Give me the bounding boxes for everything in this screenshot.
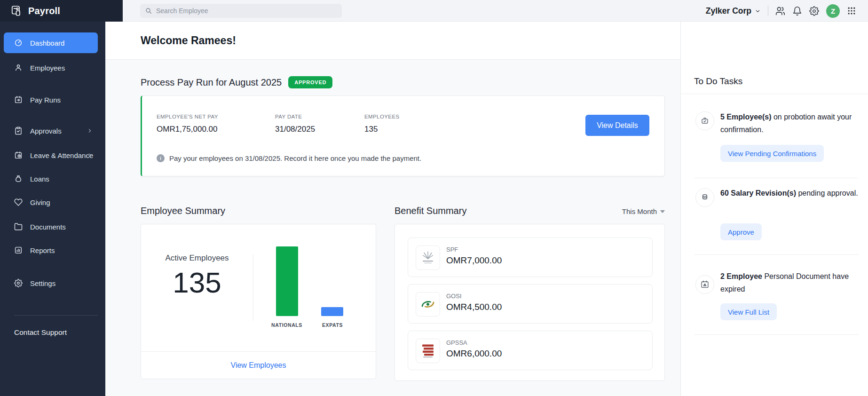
todo-title: To Do Tasks [694, 76, 742, 87]
pay-date-value: 31/08/2025 [275, 125, 364, 134]
active-employees-metric: Active Employees 135 [141, 253, 253, 299]
sidebar-item-documents[interactable]: Documents [4, 217, 98, 236]
benefit-name: SPF [446, 246, 458, 253]
contact-support-link[interactable]: Contact Support [14, 328, 67, 337]
sidebar-item-loans[interactable]: Loans [4, 169, 98, 188]
expats-label: EXPATS [309, 322, 356, 328]
sidebar-item-settings[interactable]: Settings [4, 274, 98, 293]
todo-panel: To Do Tasks 5 Employee(s) on probotion a… [680, 22, 868, 396]
payrun-fields: EMPLOYEE'S NET PAY OMR1,75,000.00 PAY DA… [157, 114, 400, 134]
pay-date-field: PAY DATE 31/08/2025 [275, 114, 364, 134]
sidebar-item-label: Dashboard [30, 39, 64, 47]
sidebar-item-employees[interactable]: Employees [4, 58, 98, 77]
employees-icon [14, 63, 23, 72]
main-content: Welcome Ramees! Process Pay Run for Augu… [105, 22, 680, 396]
leave-attendance-icon [14, 151, 23, 159]
sidebar-item-dashboard[interactable]: Dashboard [4, 32, 98, 53]
bell-icon[interactable] [792, 6, 802, 16]
gpssa-logo [416, 339, 440, 363]
sidebar-item-label: Documents [30, 223, 66, 231]
sidebar-item-label: Reports [30, 246, 55, 254]
payruns-icon [14, 95, 23, 104]
view-employees-link[interactable]: View Employees [141, 352, 376, 379]
avatar[interactable]: Z [826, 4, 840, 18]
payroll-logo-icon [10, 5, 23, 17]
view-pending-confirmations-button[interactable]: View Pending Confirmations [720, 145, 824, 162]
approvals-icon [14, 127, 23, 135]
welcome-band: Welcome Ramees! [105, 22, 680, 60]
net-pay-label: EMPLOYEE'S NET PAY [157, 114, 275, 119]
payrun-card: EMPLOYEE'S NET PAY OMR1,75,000.00 PAY DA… [141, 95, 665, 176]
dashboard-icon [14, 39, 23, 47]
gear-icon[interactable] [809, 6, 819, 16]
nationals-bar [276, 246, 298, 316]
benefit-amount: OMR7,000.00 [446, 255, 502, 266]
apps-grid-icon[interactable] [847, 6, 856, 16]
sidebar-item-leave-attendance[interactable]: Leave & Attendance [4, 146, 98, 165]
task-count: 60 Salary Revision(s) [720, 189, 796, 197]
sidebar-item-giving[interactable]: Giving [4, 193, 98, 212]
payrun-info-row: Pay your employees on 31/08/2025. Record… [157, 154, 421, 162]
expats-bar [321, 307, 343, 316]
card-divider [253, 254, 253, 321]
benefit-row-gosi: GOSI OMR4,500.00 [408, 284, 653, 324]
chevron-down-icon [660, 210, 665, 213]
metric-label: Active Employees [141, 253, 253, 263]
panel-divider [681, 94, 868, 94]
employee-summary-card: Active Employees 135 NATIONALS EXPATS Vi… [141, 224, 376, 379]
app-name: Payroll [28, 6, 60, 16]
sidebar-item-label: Pay Runs [30, 96, 61, 104]
reports-icon [14, 246, 23, 254]
employee-summary-title: Employee Summary [141, 206, 225, 216]
benefit-name: GPSSA [446, 339, 467, 346]
payrun-title: Process Pay Run for August 2025 [141, 77, 282, 88]
sidebar-item-label: Leave & Attendance [30, 151, 93, 159]
loans-icon [14, 174, 23, 183]
benefit-amount: OMR6,000.00 [446, 348, 502, 359]
view-details-button[interactable]: View Details [585, 115, 649, 136]
net-pay-field: EMPLOYEE'S NET PAY OMR1,75,000.00 [157, 114, 275, 134]
task-text-expired-documents: 2 Employee Personal Document have expire… [720, 270, 859, 295]
sidebar-item-label: Employees [30, 64, 65, 72]
sidebar-item-label: Loans [30, 175, 49, 183]
period-filter-dropdown[interactable]: This Month [622, 207, 665, 215]
task-count: 5 Employee(s) [720, 113, 771, 121]
topbar-divider [768, 6, 768, 16]
sidebar-item-reports[interactable]: Reports [4, 241, 98, 260]
view-full-list-button[interactable]: View Full List [720, 303, 777, 320]
org-name: Zylker Corp [706, 6, 751, 16]
status-badge: APPROVED [288, 76, 332, 88]
chevron-right-icon [87, 128, 92, 133]
sidebar-divider [14, 315, 98, 316]
task-divider [694, 178, 859, 178]
benefit-amount: OMR4,500.00 [446, 302, 502, 312]
users-icon[interactable] [775, 6, 785, 16]
task-text-probation: 5 Employee(s) on probotion await your co… [720, 111, 859, 136]
org-switcher[interactable]: Zylker Corp [706, 6, 761, 16]
payrun-header: Process Pay Run for August 2025 APPROVED [141, 76, 332, 88]
approve-button[interactable]: Approve [720, 223, 762, 240]
documents-icon [14, 222, 23, 231]
sidebar-item-pay-runs[interactable]: Pay Runs [4, 90, 98, 109]
settings-icon [14, 279, 23, 287]
briefcase-check-icon [695, 111, 714, 130]
metric-value: 135 [141, 267, 253, 299]
benefit-row-gpssa: GPSSA OMR6,000.00 [408, 331, 653, 370]
search-icon [145, 7, 152, 15]
payrun-info-text: Pay your employees on 31/08/2025. Record… [169, 154, 421, 162]
employee-search[interactable] [140, 4, 342, 18]
task-description: pending approval. [796, 189, 858, 197]
chevron-right-icon [87, 153, 92, 158]
task-divider [694, 334, 859, 335]
calendar-alert-icon [695, 275, 714, 294]
benefit-row-spf: SPF OMR7,000.00 [408, 238, 653, 277]
giving-icon [14, 198, 23, 206]
employees-count-field: EMPLOYEES 135 [364, 114, 400, 134]
sidebar: Dashboard Employees Pay Runs Approvals [0, 22, 105, 396]
task-text-salary-revisions: 60 Salary Revision(s) pending approval. [720, 187, 859, 199]
search-input[interactable] [156, 7, 337, 15]
net-pay-value: OMR1,75,000.00 [157, 125, 275, 134]
sidebar-item-approvals[interactable]: Approvals [4, 121, 98, 140]
sidebar-item-label: Approvals [30, 127, 62, 135]
benefit-summary-title: Benefit Summary [395, 206, 466, 216]
